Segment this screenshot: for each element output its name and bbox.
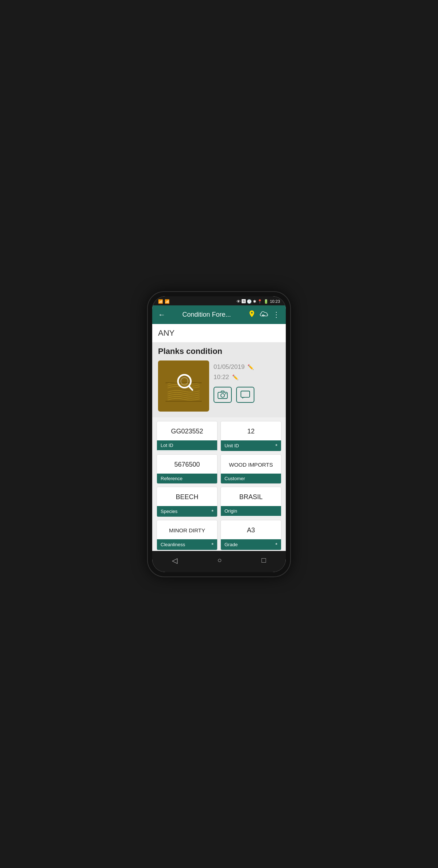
nav-bar: ← Condition Fore... ⋮ xyxy=(152,305,286,324)
planks-section: Planks condition xyxy=(152,342,286,417)
reference-value: 5676500 xyxy=(157,455,217,474)
notification-icons: 👁 🅽 🕐 ✱ 📍 xyxy=(237,299,262,304)
location-button[interactable] xyxy=(248,310,256,320)
battery-icon: 🔋 xyxy=(264,299,269,304)
menu-button[interactable]: ⋮ xyxy=(273,310,280,319)
grade-cell[interactable]: A3 Grade * xyxy=(220,520,281,550)
cleanliness-required: * xyxy=(211,541,214,548)
species-label: Species * xyxy=(157,506,217,517)
reference-label: Reference xyxy=(157,474,217,483)
species-required: * xyxy=(211,508,214,514)
recent-nav-button[interactable]: □ xyxy=(254,555,273,566)
cloud-button[interactable] xyxy=(260,310,269,320)
home-nav-button[interactable]: ○ xyxy=(210,555,229,566)
cleanliness-cell[interactable]: MINOR DIRTY Cleanliness * xyxy=(157,520,218,550)
phone-frame: 📶 📶 👁 🅽 🕐 ✱ 📍 🔋 10:23 ← Condition Fore..… xyxy=(148,292,290,576)
species-cell[interactable]: BEECH Species * xyxy=(157,487,218,517)
reference-cell[interactable]: 5676500 Reference xyxy=(157,454,218,484)
status-left: 📶 📶 xyxy=(158,299,170,304)
unit-id-label: Unit ID * xyxy=(221,440,281,451)
origin-value: BRASIL xyxy=(221,487,281,506)
unit-id-required: * xyxy=(275,443,277,449)
any-label: ANY xyxy=(152,324,286,342)
back-button[interactable]: ← xyxy=(158,310,165,319)
origin-cell[interactable]: BRASIL Origin xyxy=(220,487,281,517)
meta-actions xyxy=(214,387,280,403)
time-edit-icon[interactable]: ✏️ xyxy=(232,374,238,380)
svg-rect-6 xyxy=(225,393,226,394)
date-value: 01/05/2019 xyxy=(214,363,245,371)
comment-button[interactable] xyxy=(236,387,254,403)
svg-rect-7 xyxy=(241,391,250,397)
meta-time-row: 10:22 ✏️ xyxy=(214,374,280,381)
planks-meta: 01/05/2019 ✏️ 10:22 ✏️ xyxy=(214,360,280,403)
customer-cell[interactable]: WOOD IMPORTS Customer xyxy=(220,454,281,484)
time-value: 10:22 xyxy=(214,374,229,381)
meta-date-row: 01/05/2019 ✏️ xyxy=(214,363,280,371)
lot-id-cell[interactable]: GG023552 Lot ID xyxy=(157,421,218,451)
bottom-nav: ◁ ○ □ xyxy=(152,551,286,572)
lot-id-label: Lot ID xyxy=(157,440,217,450)
customer-label: Customer xyxy=(221,474,281,483)
cleanliness-label: Cleanliness * xyxy=(157,539,217,550)
wifi-icon: 📶 xyxy=(165,299,170,304)
grade-value: A3 xyxy=(221,520,281,539)
status-bar: 📶 📶 👁 🅽 🕐 ✱ 📍 🔋 10:23 xyxy=(152,296,286,305)
data-grid: GG023552 Lot ID 12 Unit ID * xyxy=(152,417,286,551)
unit-id-value: 12 xyxy=(221,421,281,440)
date-edit-icon[interactable]: ✏️ xyxy=(247,364,254,370)
grade-label: Grade * xyxy=(221,539,281,550)
back-nav-button[interactable]: ◁ xyxy=(165,555,185,566)
row-ref-customer: 5676500 Reference WOOD IMPORTS Customer xyxy=(157,454,281,484)
row-lot-unit: GG023552 Lot ID 12 Unit ID * xyxy=(157,421,281,451)
cleanliness-value: MINOR DIRTY xyxy=(157,520,217,539)
row-species-origin: BEECH Species * BRASIL Origin xyxy=(157,487,281,517)
status-right: 👁 🅽 🕐 ✱ 📍 🔋 10:23 xyxy=(237,299,280,304)
planks-image xyxy=(158,360,209,412)
time-display: 10:23 xyxy=(270,299,280,304)
customer-value: WOOD IMPORTS xyxy=(221,455,281,474)
lot-id-value: GG023552 xyxy=(157,421,217,440)
svg-rect-0 xyxy=(164,366,204,406)
nav-title: Condition Fore... xyxy=(169,311,244,319)
svg-point-5 xyxy=(221,393,224,397)
row-clean-grade: MINOR DIRTY Cleanliness * A3 Grade * xyxy=(157,520,281,550)
camera-button[interactable] xyxy=(214,387,232,403)
main-content: ANY Planks condition xyxy=(152,324,286,551)
signal-icon: 📶 xyxy=(158,299,163,304)
grade-required: * xyxy=(275,541,277,548)
species-value: BEECH xyxy=(157,487,217,506)
planks-info-row: 01/05/2019 ✏️ 10:22 ✏️ xyxy=(158,360,280,412)
origin-label: Origin xyxy=(221,506,281,516)
phone-screen: 📶 📶 👁 🅽 🕐 ✱ 📍 🔋 10:23 ← Condition Fore..… xyxy=(152,296,286,572)
planks-title: Planks condition xyxy=(158,347,280,356)
unit-id-cell[interactable]: 12 Unit ID * xyxy=(220,421,281,451)
